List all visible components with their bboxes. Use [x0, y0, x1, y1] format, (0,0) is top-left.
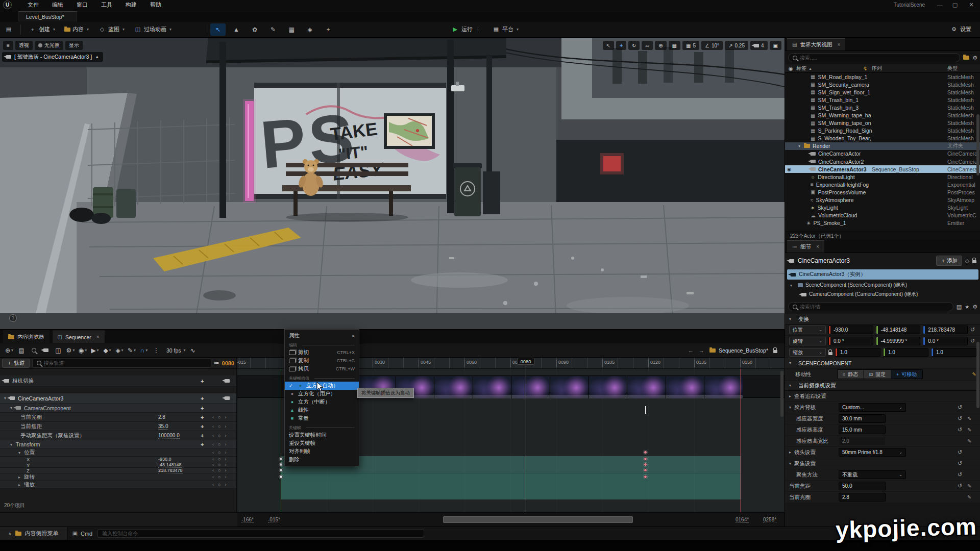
- content-drawer-button[interactable]: ∧ 内容侧滑菜单: [0, 527, 67, 540]
- outliner-row[interactable]: ◉ CineCameraActor CineCamera: [785, 150, 980, 158]
- gear-icon[interactable]: ⚙: [972, 55, 977, 61]
- reset-icon[interactable]: ↺: [958, 471, 962, 478]
- editor-mode-button[interactable]: ◈: [302, 23, 317, 36]
- track-row[interactable]: Y -48.148148 + ‹○›: [0, 462, 236, 468]
- range-inner-end[interactable]: 0164*: [736, 517, 749, 523]
- reset-icon[interactable]: ↺: [958, 460, 962, 467]
- outliner-row[interactable]: ◉ ▦ S_Parking_Road_Sign StaticMesh: [785, 127, 980, 135]
- outliner-row[interactable]: ◉ ✶ SkyLight SkyLight: [785, 204, 980, 212]
- blueprint-button[interactable]: ◇蓝图▾: [93, 23, 129, 36]
- reset-icon[interactable]: ↺: [958, 415, 962, 422]
- camera-cut-thumbnail[interactable]: [550, 376, 589, 398]
- minimize-button[interactable]: —: [932, 2, 947, 8]
- move-tool-button[interactable]: +: [616, 41, 626, 50]
- keyframe-section-band[interactable]: [281, 473, 741, 499]
- sequence-breadcrumb[interactable]: Sequence_BusStop*: [709, 347, 768, 354]
- keyframe-nav-controls[interactable]: ‹○›: [212, 433, 226, 438]
- keyframe-brush-icon[interactable]: ✎: [967, 438, 971, 444]
- track-row[interactable]: ▸ 缩放 + ‹○›: [0, 481, 236, 489]
- camera-setting-row[interactable]: 感应器高度 15.0 mm⌄ ↺ ✎: [785, 424, 980, 436]
- curve-editor-button[interactable]: ∿: [187, 345, 199, 356]
- transform-section-header[interactable]: ▾变换: [785, 314, 980, 324]
- track-value[interactable]: 100000.0: [158, 433, 180, 439]
- play-button[interactable]: ▶运行⋮: [447, 23, 484, 36]
- outliner-row[interactable]: ◉ ▦ SM_Road_display_1 StaticMesh: [785, 73, 980, 81]
- scale-lock-icon[interactable]: [828, 352, 832, 355]
- scene-component-row[interactable]: ▾SceneComponent (SceneComponent) (继承): [785, 281, 980, 290]
- camera-settings-section-header[interactable]: ▾当前摄像机设置: [785, 381, 980, 391]
- instance-row[interactable]: CineCameraActor3（实例）: [787, 269, 978, 280]
- playback-end-marker[interactable]: [740, 369, 741, 512]
- keyframe-nav-controls[interactable]: ‹○›: [212, 482, 226, 487]
- eject-icon[interactable]: ▲: [95, 55, 99, 59]
- menu-item[interactable]: 工具: [94, 0, 119, 10]
- sequencer-toolbar-button[interactable]: ⋮▾: [150, 345, 162, 356]
- outliner-row[interactable]: ◉ CineCameraActor3 Sequence_BusStop Cine…: [785, 165, 980, 173]
- select-tool-button[interactable]: ↖: [603, 41, 614, 50]
- z-value-field[interactable]: 218.783478: [923, 325, 968, 334]
- menu-item[interactable]: 文件: [21, 0, 45, 10]
- rotate-tool-button[interactable]: ↻: [628, 41, 640, 50]
- viewport-show-button[interactable]: 显示: [65, 41, 83, 50]
- menu-item[interactable]: 编辑: [45, 0, 70, 10]
- maximize-button[interactable]: ▢: [947, 2, 963, 8]
- keyframe-nav-controls[interactable]: ‹○›: [212, 442, 226, 447]
- keyframe-nav-controls[interactable]: ‹○›: [212, 457, 226, 462]
- filter-icon[interactable]: ≔: [214, 360, 219, 366]
- context-menu-item[interactable]: ✓ 拷贝 CTRL+W ▸: [285, 365, 359, 373]
- outliner-row[interactable]: ◉ ≡ ExponentialHeightFog Exponential: [785, 181, 980, 188]
- y-value-field[interactable]: -4.999999 °: [876, 337, 921, 345]
- camera-setting-row[interactable]: 当前焦距 50.0⌄ ↺ ✎: [785, 481, 980, 492]
- sequencer-toolbar-button[interactable]: ✎▾: [126, 345, 138, 356]
- track-camera-icon[interactable]: [225, 396, 230, 400]
- sequencer-toolbar-button[interactable]: ▾: [40, 345, 52, 356]
- add-keyframe-plus-icon[interactable]: +: [201, 378, 204, 384]
- reset-icon[interactable]: ↺: [970, 327, 976, 333]
- add-keyframe-plus-icon[interactable]: +: [201, 433, 204, 439]
- label-column-header[interactable]: 标签: [796, 65, 806, 72]
- context-menu-item[interactable]: ✓ ● 立方（中断） ▸: [285, 398, 359, 406]
- sequencer-toolbar-button[interactable]: ⊕▾: [3, 345, 15, 356]
- context-menu-item[interactable]: ✓ ▲ 线性 ▸: [285, 406, 359, 414]
- level-tab[interactable]: Level_BusStop*: [18, 11, 77, 21]
- context-menu-item[interactable]: ✓ 属性 ▸: [285, 332, 359, 340]
- editor-mode-button[interactable]: ✿: [247, 23, 262, 36]
- eye-icon[interactable]: ◉: [785, 66, 796, 71]
- context-menu-item[interactable]: ✓ 关键帧插值 ▸: [285, 375, 359, 382]
- editor-mode-button[interactable]: ▦: [284, 23, 299, 36]
- mobility-option-button[interactable]: ○静态: [838, 370, 864, 379]
- timeline-scrollbar-horizontal[interactable]: [443, 516, 633, 523]
- sequencer-toolbar-button[interactable]: ▶▾: [89, 345, 101, 356]
- outliner-tab[interactable]: ▤ 世界大纲视图 ×: [787, 38, 845, 51]
- camera-cut-thumbnail[interactable]: [473, 376, 512, 398]
- outliner-row[interactable]: ◉ ▦ SM_Security_camera StaticMesh: [785, 81, 980, 88]
- visible-eye-icon[interactable]: ◉: [787, 167, 791, 172]
- add-keyframe-plus-icon[interactable]: +: [201, 395, 204, 402]
- track-row[interactable]: ▾ 位置 + ‹○›: [0, 449, 236, 457]
- add-keyframe-plus-icon[interactable]: +: [201, 441, 204, 447]
- world-coords-button[interactable]: ⊕: [655, 41, 666, 50]
- sequencer-tab-close-icon[interactable]: ×: [96, 334, 100, 340]
- maximize-viewport-button[interactable]: ▣: [770, 41, 781, 50]
- transform-axis-dropdown[interactable]: 位置⌄: [789, 325, 826, 334]
- help-icon[interactable]: ?: [9, 314, 17, 322]
- context-menu-item[interactable]: ✓ 关键帧 ▸: [285, 424, 359, 431]
- keyframe-nav-controls[interactable]: ‹○›: [212, 415, 226, 420]
- viewport-perspective-button[interactable]: 透视: [15, 41, 33, 50]
- camera-cut-thumbnail[interactable]: [589, 376, 628, 398]
- brush-icon[interactable]: ✎: [972, 371, 976, 377]
- rotation-snap-button[interactable]: ∠10°: [701, 41, 723, 50]
- camera-cut-thumbnail[interactable]: [704, 376, 743, 398]
- grid-snap-button[interactable]: ▦5: [682, 41, 699, 50]
- camera-component-row[interactable]: CameraComponent (CameraComponent) (继承): [785, 290, 980, 299]
- context-menu-item[interactable]: ✓ 剪切 CTRL+X ▸: [285, 348, 359, 357]
- content-button[interactable]: 内容▾: [60, 23, 93, 36]
- lock-details-icon[interactable]: [972, 260, 976, 263]
- y-value-field[interactable]: 1.0: [883, 348, 928, 357]
- details-tab[interactable]: ≔ 细节 ×: [787, 240, 824, 253]
- camera-setting-row[interactable]: 聚焦方法 不重载⌄ ↺ ✎: [785, 469, 980, 481]
- viewport[interactable]: PS TAKE "IT" EASY: [0, 38, 785, 329]
- outliner-row[interactable]: ◉ ✳ PS_Smoke_1 Emitter: [785, 219, 980, 227]
- settings-button[interactable]: ⚙设置: [945, 23, 976, 36]
- x-value-field[interactable]: -930.0: [828, 325, 873, 334]
